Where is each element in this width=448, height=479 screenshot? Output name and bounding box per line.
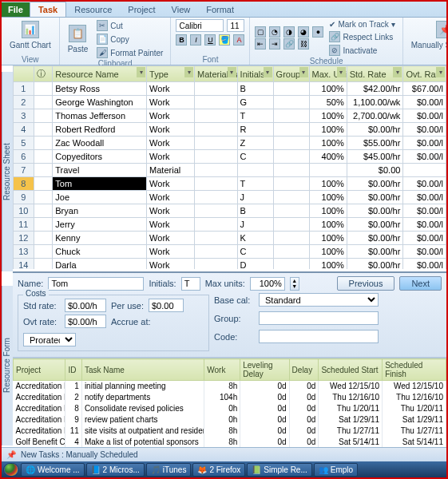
type-cell[interactable]: Work [147,259,195,270]
type-cell[interactable]: Work [147,123,195,137]
table-row[interactable]: 10BryanWorkB100%$0.00/hr$0.00/l [14,204,446,218]
indicator-cell[interactable] [34,109,53,123]
dropdown-icon[interactable]: ▾ [337,67,346,77]
task-sfinish-cell[interactable]: Wed 12/15/10 [383,381,446,392]
indicator-cell[interactable] [34,218,53,232]
start-button[interactable] [3,463,19,477]
next-button[interactable]: Next [399,276,442,291]
initials-cell[interactable]: G [237,96,273,109]
indicator-cell[interactable] [34,137,53,150]
group-cell[interactable] [273,245,309,259]
row-number[interactable]: 13 [14,245,34,259]
col-material[interactable]: Material Label▾ [195,66,238,82]
table-row[interactable]: 9JoeWorkJ100%$0.00/hr$0.00/l [14,191,446,204]
table-row[interactable]: 13ChuckWorkC100%$0.00/hr$0.00/l [14,245,446,259]
row-number[interactable]: 11 [14,218,34,232]
material-cell[interactable] [195,259,238,270]
material-cell[interactable] [195,204,238,218]
side-tab-resource-form[interactable]: Resource Form [2,286,13,445]
group-cell[interactable] [273,137,309,150]
tcol-taskname[interactable]: Task Name [81,359,204,381]
row-number[interactable]: 3 [14,109,34,123]
maxunits-field[interactable] [250,277,285,291]
table-row[interactable]: 12KennyWorkK100%$0.00/hr$0.00/l [14,232,446,245]
prog75-icon[interactable]: ◕ [298,26,309,38]
resource-name-cell[interactable]: Tom [53,177,147,191]
type-cell[interactable]: Work [147,245,195,259]
max-units-cell[interactable]: 100% [309,109,347,123]
name-field[interactable] [48,277,144,291]
task-sfinish-cell[interactable]: Thu 1/27/11 [383,426,446,437]
std-rate-cell[interactable]: $0.00/hr [347,218,403,232]
task-sfinish-cell[interactable]: Thu 1/20/11 [383,403,446,414]
indicator-cell[interactable] [34,204,53,218]
std-rate-cell[interactable]: $0.00/hr [347,191,403,204]
row-number[interactable]: 2 [14,96,34,109]
indicator-cell[interactable] [34,123,53,137]
col-rownum[interactable] [14,66,34,82]
unlink-icon[interactable]: ⛓ [298,38,309,49]
previous-button[interactable]: Previous [337,276,395,291]
initials-cell[interactable]: T [237,109,273,123]
resource-name-cell[interactable]: Kenny [53,232,147,245]
taskbar-item[interactable]: 🦊2 Firefox [192,463,245,477]
tcol-leveling[interactable]: Leveling Delay [240,359,289,381]
max-units-cell[interactable] [309,164,347,177]
taskbar-item[interactable]: 👥Emplo [314,463,358,477]
initials-cell[interactable]: C [237,245,273,259]
accrue-select[interactable]: Prorated [23,333,76,346]
indicator-cell[interactable] [34,96,53,109]
indicator-cell[interactable] [34,245,53,259]
task-row[interactable]: Accreditation P8Consolidate revised poli… [14,403,446,414]
type-cell[interactable]: Work [147,137,195,150]
row-number[interactable]: 4 [14,123,34,137]
task-project-cell[interactable]: Accreditation P [14,426,65,437]
initials-cell[interactable]: J [237,191,273,204]
manually-schedule-button[interactable]: 📌 Manually Schedule [408,19,448,51]
col-indicator[interactable]: ⓘ [34,66,53,82]
group-cell[interactable] [273,191,309,204]
max-units-cell[interactable]: 100% [309,123,347,137]
task-sstart-cell[interactable]: Sat 5/14/11 [319,437,383,448]
initials-cell[interactable]: R [237,123,273,137]
max-units-cell[interactable]: 50% [309,96,347,109]
group-cell[interactable] [273,259,309,270]
row-number[interactable]: 12 [14,232,34,245]
side-tab-resource-sheet[interactable]: Resource Sheet [2,72,13,271]
type-cell[interactable]: Work [147,232,195,245]
copy-button[interactable]: 📄Copy [94,33,165,46]
row-number[interactable]: 7 [14,164,34,177]
underline-button[interactable]: U [204,34,216,46]
std-rate-cell[interactable]: $45.00/hr [347,150,403,164]
resource-name-cell[interactable]: Darla [53,259,147,270]
ovt-rate-cell[interactable]: $0.00/l [403,96,446,109]
material-cell[interactable] [195,177,238,191]
max-units-cell[interactable]: 400% [309,150,347,164]
row-number[interactable]: 8 [14,177,34,191]
task-delay-cell[interactable]: 0d [289,437,319,448]
prog25-icon[interactable]: ◔ [269,26,280,38]
max-units-cell[interactable]: 100% [309,204,347,218]
material-cell[interactable] [195,218,238,232]
type-cell[interactable]: Work [147,191,195,204]
font-size-select[interactable] [227,19,244,32]
link-icon[interactable]: 🔗 [283,38,295,49]
initials-cell[interactable]: K [237,232,273,245]
resource-name-cell[interactable]: George Washington [53,96,147,109]
bold-button[interactable]: B [176,34,187,46]
gantt-chart-button[interactable]: 📊 Gantt Chart [6,19,54,51]
task-grid[interactable]: Project ID Task Name Work Leveling Delay… [13,358,446,447]
task-row[interactable]: Accreditation P11site visits at outpatie… [14,426,446,437]
format-painter-button[interactable]: 🖌Format Painter [94,46,165,59]
maxunits-spinner[interactable]: ▲▼ [290,277,299,291]
resource-name-cell[interactable]: Robert Redford [53,123,147,137]
dropdown-icon[interactable]: ▾ [299,67,308,77]
max-units-cell[interactable]: 100% [309,218,347,232]
dropdown-icon[interactable]: ▾ [137,67,145,77]
tab-task[interactable]: Task [30,2,66,17]
taskbar-item[interactable]: 📗Simple Re... [247,463,311,477]
task-delay-cell[interactable]: 0d [289,426,319,437]
resource-name-cell[interactable]: Joe [53,191,147,204]
group-field[interactable] [259,311,379,325]
task-row[interactable]: Golf Benefit Cl4Make a list of potential… [14,437,446,448]
